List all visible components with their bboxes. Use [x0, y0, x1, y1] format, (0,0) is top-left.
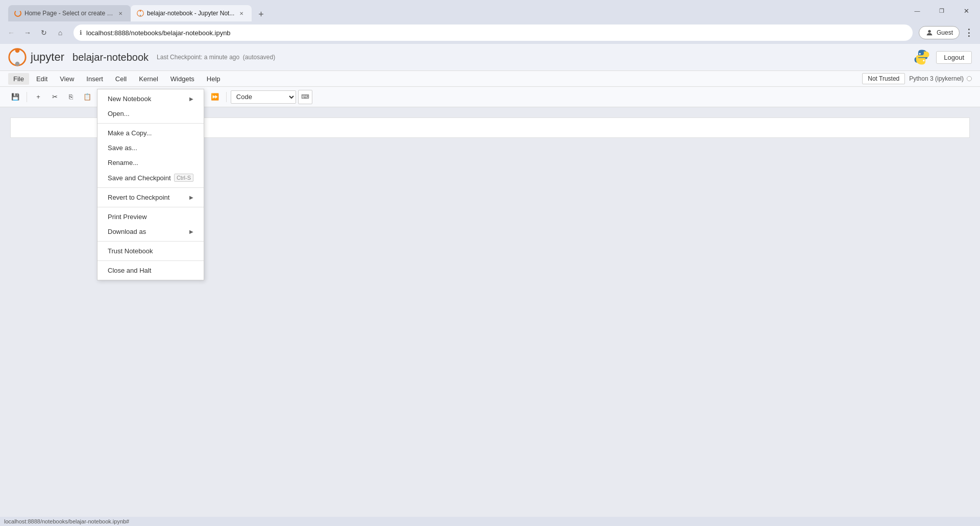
svg-point-8 [923, 60, 924, 61]
not-trusted-button[interactable]: Not Trusted [862, 73, 905, 84]
menu-view[interactable]: View [55, 73, 79, 85]
notebook-tab-title: belajar-notebook - Jupyter Not... [147, 10, 234, 17]
menu-widgets[interactable]: Widgets [165, 73, 200, 85]
address-bar[interactable]: ℹ localhost:8888/notebooks/belajar-noteb… [74, 25, 913, 41]
tab-home[interactable]: Home Page - Select or create a... ✕ [8, 5, 131, 21]
python-logo [914, 49, 930, 65]
dropdown-sep-3 [97, 207, 204, 207]
svg-point-7 [919, 53, 921, 55]
menu-save-checkpoint[interactable]: Save and Checkpoint Ctrl-S [97, 170, 204, 185]
restart-run-all-btn[interactable]: ⏩ [208, 90, 222, 104]
add-cell-btn[interactable]: + [31, 90, 45, 104]
guest-label: Guest [937, 29, 953, 36]
save-toolbar-btn[interactable]: 💾 [8, 90, 22, 104]
menu-rename[interactable]: Rename... [97, 155, 204, 170]
dropdown-sep-5 [97, 260, 204, 261]
address-text: localhost:8888/notebooks/belajar-noteboo… [86, 29, 906, 37]
kernel-name: Python 3 (ipykernel) [909, 75, 964, 82]
menu-download-as[interactable]: Download as ▶ [97, 224, 204, 239]
revert-checkpoint-arrow: ▶ [189, 195, 193, 200]
minimize-button[interactable]: — [905, 4, 929, 18]
menu-close-halt[interactable]: Close and Halt [97, 263, 204, 278]
kernel-status-icon [967, 76, 972, 81]
account-icon [925, 29, 934, 37]
menu-save-as[interactable]: Save as... [97, 140, 204, 155]
menu-file[interactable]: File [8, 73, 29, 85]
home-tab-title: Home Page - Select or create a... [24, 10, 113, 17]
menu-bar-right: Not Trusted Python 3 (ipykernel) [862, 73, 972, 84]
menu-new-notebook[interactable]: New Notebook ▶ [97, 91, 204, 106]
menu-print-preview[interactable]: Print Preview [97, 209, 204, 224]
notebook-tab-favicon [137, 10, 144, 17]
menu-insert[interactable]: Insert [81, 73, 108, 85]
toolbar-sep-1 [27, 92, 27, 102]
menu-kernel[interactable]: Kernel [134, 73, 163, 85]
dropdown-sep-2 [97, 187, 204, 188]
home-tab-close[interactable]: ✕ [116, 9, 125, 17]
home-button[interactable]: ⌂ [53, 26, 67, 40]
home-tab-favicon [14, 10, 21, 17]
cut-cell-btn[interactable]: ✂ [47, 90, 62, 104]
paste-cell-btn[interactable]: 📋 [80, 90, 94, 104]
menu-make-copy[interactable]: Make a Copy... [97, 126, 204, 140]
svg-point-3 [928, 30, 930, 33]
tab-notebook[interactable]: belajar-notebook - Jupyter Not... ✕ [131, 5, 252, 21]
menu-edit[interactable]: Edit [31, 73, 53, 85]
close-button[interactable]: ✕ [954, 4, 978, 18]
menu-help[interactable]: Help [202, 73, 226, 85]
jupyter-logo [8, 48, 27, 66]
lock-icon: ℹ [80, 29, 82, 36]
save-shortcut: Ctrl-S [174, 174, 193, 182]
back-button[interactable]: ← [4, 26, 18, 40]
jupyter-wordmark: jupyter [31, 51, 64, 64]
notebook-name: belajar-notebook [72, 52, 149, 63]
logout-button[interactable]: Logout [936, 51, 972, 64]
cell-type-select[interactable]: Code Markdown Raw NBConvert Heading [231, 90, 296, 104]
maximize-button[interactable]: ❐ [930, 4, 953, 18]
new-tab-button[interactable]: + [254, 7, 268, 21]
keyboard-shortcuts-btn[interactable]: ⌨ [298, 90, 312, 104]
forward-button[interactable]: → [20, 26, 35, 40]
copy-cell-btn[interactable]: ⎘ [64, 90, 78, 104]
more-options-button[interactable]: ⋮ [962, 26, 976, 40]
menu-revert-checkpoint[interactable]: Revert to Checkpoint ▶ [97, 190, 204, 205]
kernel-info: Python 3 (ipykernel) [909, 75, 972, 82]
svg-point-6 [15, 62, 20, 66]
reload-button[interactable]: ↻ [37, 26, 51, 40]
menu-open[interactable]: Open... [97, 106, 204, 121]
menu-trust-notebook[interactable]: Trust Notebook [97, 244, 204, 258]
file-dropdown-menu: New Notebook ▶ Open... Make a Copy... Sa… [97, 89, 204, 280]
svg-point-2 [140, 15, 141, 16]
menu-bar: File Edit View Insert Cell Kernel Widget… [0, 70, 980, 87]
menu-cell[interactable]: Cell [110, 73, 132, 85]
checkpoint-info: Last Checkpoint: a minute ago (autosaved… [157, 54, 275, 61]
jupyter-brand: jupyter belajar-notebook Last Checkpoint… [8, 48, 275, 66]
download-as-arrow: ▶ [189, 229, 193, 234]
svg-point-5 [15, 49, 20, 53]
svg-point-1 [140, 10, 141, 12]
jupyter-header: jupyter belajar-notebook Last Checkpoint… [0, 44, 980, 70]
guest-button[interactable]: Guest [919, 26, 960, 39]
dropdown-sep-1 [97, 123, 204, 124]
status-bar: localhost:8888/notebooks/belajar-noteboo… [0, 517, 980, 526]
notebook-tab-close[interactable]: ✕ [237, 9, 246, 17]
new-notebook-arrow: ▶ [189, 96, 193, 102]
jupyter-header-right: Logout [914, 49, 972, 65]
dropdown-sep-4 [97, 241, 204, 242]
toolbar-sep-4 [226, 92, 227, 102]
status-url: localhost:8888/notebooks/belajar-noteboo… [4, 518, 129, 524]
